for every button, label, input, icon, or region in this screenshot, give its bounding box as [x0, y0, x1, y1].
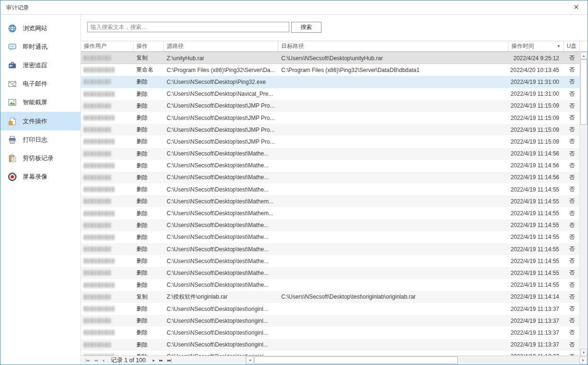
cell-target-path: [278, 76, 508, 88]
column-header-dst[interactable]: 目标路径: [278, 41, 508, 51]
table-row[interactable]: 删除C:\Users\NSecsoft\Desktop\test\Mathe..…: [81, 231, 580, 243]
table-row[interactable]: 删除C:\Users\NSecsoft\Desktop\test\Mathe..…: [81, 255, 580, 267]
cell-time: 2022/4/19 11:14:55: [508, 279, 564, 291]
file-icon: [8, 117, 17, 126]
vertical-scrollbar[interactable]: ▲ ▼: [579, 52, 588, 356]
table-row[interactable]: 复制Z:\unityHub.rarC:\Users\NSecsoft\Deskt…: [81, 52, 580, 64]
cell-user: [81, 315, 134, 327]
user-blurred: [84, 103, 111, 109]
table-row[interactable]: 删除C:\Users\NSecsoft\Desktop\Ping32.exe20…: [81, 76, 580, 88]
cell-target-path: C:\Program Files (x86)\Ping32\Server\Dat…: [278, 64, 508, 76]
mail-icon: [8, 80, 17, 88]
pager-last-button[interactable]: ▸▸|: [165, 358, 173, 363]
sidebar-item-8[interactable]: 剪切板记录: [0, 149, 80, 167]
cell-operation: 删除: [134, 219, 164, 231]
user-blurred: [84, 294, 111, 300]
table-row[interactable]: 删除C:\Users\NSecsoft\Desktop\test\originl…: [81, 315, 580, 327]
table-row[interactable]: 删除C:\Users\NSecsoft\Desktop\test\JMP Pro…: [81, 136, 580, 147]
table-row[interactable]: 删除C:\Users\NSecsoft\Desktop\test\Mathe..…: [81, 183, 580, 195]
cell-user: [81, 64, 134, 76]
cell-target-path: [278, 112, 508, 124]
cell-target-path: [278, 207, 508, 219]
column-header-usb[interactable]: U盘: [564, 41, 580, 51]
sidebar-item-5[interactable]: 智能截屏: [0, 93, 80, 112]
table-row[interactable]: 删除C:\Users\NSecsoft\Desktop\test\Mathe..…: [81, 148, 580, 160]
cell-operation: 复制: [134, 53, 164, 64]
cell-time: 2022/4/19 11:14:55: [508, 267, 564, 279]
user-blurred: [84, 306, 115, 311]
column-header-label: 源路径: [167, 42, 184, 50]
cell-source-path: C:\Users\NSecsoft\Desktop\test\JMP Pro..…: [164, 100, 278, 112]
scroll-left-icon[interactable]: ◂: [246, 356, 254, 364]
cell-usb: 否: [564, 160, 580, 172]
cell-source-path: C:\Users\NSecsoft\Desktop\test\Mathe...: [164, 243, 278, 255]
cell-source-path: C:\Users\NSecsoft\Desktop\test\Mathe...: [164, 148, 278, 160]
user-blurred: [84, 175, 111, 180]
column-header-time[interactable]: 操作时间▼: [508, 41, 564, 51]
cell-user: [81, 136, 134, 147]
cell-time: 2022/4/19 11:14:55: [508, 195, 564, 207]
column-header-src[interactable]: 源路径: [164, 41, 278, 51]
table-row[interactable]: 删除C:\Users\NSecsoft\Desktop\test\originl…: [81, 327, 580, 338]
cell-operation: 删除: [134, 148, 164, 160]
pager-fast-next-button[interactable]: ▸▸: [157, 358, 165, 363]
sidebar-item-2[interactable]: 即时通讯: [0, 37, 80, 56]
column-header-label: 目标路径: [281, 42, 304, 50]
table-row[interactable]: 删除C:\Users\NSecsoft\Desktop\test\Mathe..…: [81, 160, 580, 172]
cell-usb: 否: [564, 327, 580, 338]
table-row[interactable]: 删除C:\Users\NSecsoft\Desktop\test\Mathe..…: [81, 172, 580, 183]
table-row[interactable]: 删除C:\Users\NSecsoft\Desktop\test\Mathe..…: [81, 279, 580, 291]
cell-target-path: [278, 100, 508, 112]
cell-usb: 否: [564, 148, 580, 160]
cell-user: [81, 148, 134, 160]
table-row[interactable]: 删除C:\Users\NSecsoft\Desktop\test\JMP Pro…: [81, 112, 580, 124]
table-row[interactable]: 删除C:\Users\NSecsoft\Desktop\test\JMP Pro…: [81, 100, 580, 112]
table-row[interactable]: 删除C:\Users\NSecsoft\Desktop\test\Mathem.…: [81, 207, 580, 219]
table-row[interactable]: 删除C:\Users\NSecsoft\Desktop\test\Mathe..…: [81, 267, 580, 279]
user-blurred: [84, 223, 111, 228]
cell-operation: 删除: [134, 303, 164, 315]
scrollbar-corner: [579, 41, 588, 52]
main-panel: 搜索 操作用户操作源路径目标路径操作时间▼U盘 复制Z:\unityHub.ra…: [81, 15, 588, 365]
table-row[interactable]: 删除C:\Users\NSecsoft\Desktop\test\Mathem.…: [81, 195, 580, 207]
close-icon[interactable]: ×: [569, 0, 584, 15]
sidebar-item-9[interactable]: 屏幕录像: [0, 168, 80, 186]
cell-source-path: C:\Users\NSecsoft\Desktop\test\originl..…: [164, 303, 278, 315]
table-row[interactable]: 复制Z:\授权软件\originlab.rarC:\Users\NSecsoft…: [81, 291, 580, 303]
cell-operation: 删除: [134, 243, 164, 255]
table-row[interactable]: 删除C:\Users\NSecsoft\Desktop\test\originl…: [81, 303, 580, 315]
cell-operation: 删除: [134, 183, 164, 195]
sidebar-item-6[interactable]: 文件操作: [0, 112, 80, 130]
scroll-up-icon[interactable]: ▲: [580, 52, 587, 59]
cell-operation: 删除: [134, 207, 164, 219]
sort-descending-icon: ▼: [557, 44, 561, 48]
cell-source-path: C:\Users\NSecsoft\Desktop\test\Mathem...: [164, 207, 278, 219]
column-header-user[interactable]: 操作用户: [81, 41, 134, 51]
user-blurred: [84, 199, 111, 204]
table-row[interactable]: 删除C:\Users\NSecsoft\Desktop\test\originl…: [81, 339, 580, 351]
table-row[interactable]: 删除C:\Users\NSecsoft\Desktop\test\Mathe..…: [81, 219, 580, 231]
user-blurred: [84, 55, 111, 61]
horizontal-scroll-thumb[interactable]: [254, 356, 458, 364]
search-button[interactable]: 搜索: [291, 22, 321, 33]
search-input[interactable]: [87, 22, 289, 32]
cell-target-path: [278, 88, 508, 100]
sidebar-item-7[interactable]: 打印日志: [0, 130, 80, 149]
horizontal-scrollbar[interactable]: ◂ ▸: [245, 356, 588, 365]
pager-next-button[interactable]: ▸: [151, 358, 157, 363]
column-header-op[interactable]: 操作: [134, 41, 164, 51]
cell-usb: 否: [564, 219, 580, 231]
cell-operation: 删除: [134, 100, 164, 112]
vertical-scroll-thumb[interactable]: [580, 59, 587, 125]
scroll-right-icon[interactable]: ▸: [579, 356, 587, 364]
table-row[interactable]: 删除C:\Users\NSecsoft\Desktop\test\Mathe..…: [81, 243, 580, 255]
cell-time: 2022/4/19 11:15:09: [508, 136, 564, 147]
sidebar-item-1[interactable]: 浏览网站: [0, 19, 80, 37]
table-row[interactable]: 重命名C:\Program Files (x86)\Ping32\Server\…: [81, 64, 580, 76]
sidebar-item-3[interactable]: 泄密追踪: [0, 56, 80, 74]
scroll-down-icon[interactable]: ▼: [580, 349, 587, 356]
table-row[interactable]: 删除C:\Users\NSecsoft\Desktop\Navicat_Pre.…: [81, 88, 580, 100]
sidebar-item-4[interactable]: 电子邮件: [0, 75, 80, 93]
cell-target-path: [278, 160, 508, 172]
table-row[interactable]: 删除C:\Users\NSecsoft\Desktop\test\JMP Pro…: [81, 124, 580, 136]
